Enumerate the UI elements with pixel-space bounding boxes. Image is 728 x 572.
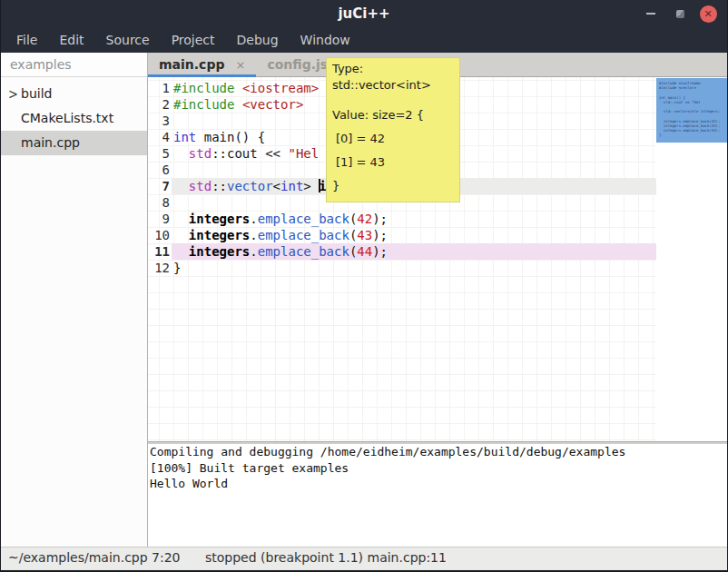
tab-close-icon[interactable]: × <box>235 58 245 72</box>
tree-item-main-cpp[interactable]: main.cpp <box>1 131 147 155</box>
tooltip-value-line: } <box>332 174 454 198</box>
tooltip-value-line: [0] = 42 <box>332 127 454 151</box>
menu-item-file[interactable]: File <box>12 31 42 49</box>
menu-item-source[interactable]: Source <box>102 31 154 49</box>
code-token: ); <box>372 212 388 226</box>
tooltip-type-line: Type: std::vector<int> <box>332 61 454 94</box>
code-token: std <box>189 179 212 193</box>
code-token: int <box>280 179 303 193</box>
tab-label: main.cpp <box>159 57 224 72</box>
code-token: integers <box>189 244 250 259</box>
code-token: 44 <box>357 244 372 259</box>
file-tree: >buildCMakeLists.txtmain.cpp <box>1 77 147 155</box>
line-number[interactable]: 6 <box>148 162 170 178</box>
terminal-output[interactable]: Compiling and debugging /home/eidheim/ex… <box>148 444 728 547</box>
line-number[interactable]: 4 <box>148 129 170 145</box>
code-token: #include <box>173 81 234 95</box>
menu-item-project[interactable]: Project <box>167 31 220 49</box>
code-token <box>234 97 241 112</box>
line-number[interactable]: 10 <box>148 227 170 243</box>
line-number[interactable]: 7 <box>148 178 170 194</box>
menu-item-window[interactable]: Window <box>296 31 355 49</box>
tooltip-value-line: Value: size=2 { <box>332 104 454 127</box>
code-token: vector <box>227 179 273 193</box>
terminal-line: Compiling and debugging /home/eidheim/ex… <box>150 444 727 460</box>
code-token: <vector> <box>242 97 303 112</box>
code-token: . <box>250 228 257 242</box>
line-number[interactable]: 1 <box>148 80 170 96</box>
expander-chevron-icon[interactable]: > <box>8 80 18 108</box>
restore-button[interactable] <box>669 0 691 27</box>
code-line-10: integers.emplace_back(43); <box>173 227 388 243</box>
minimap[interactable]: #include <iostream> #include <vector> in… <box>656 77 728 441</box>
code-token: 42 <box>357 212 372 226</box>
code-token: < <box>273 179 280 193</box>
code-token: std <box>189 146 212 161</box>
tree-item-label: CMakeLists.txt <box>21 111 113 125</box>
line-number[interactable]: 12 <box>148 260 170 276</box>
code-token: integers <box>189 212 250 226</box>
tree-item-cmakelists-txt[interactable]: CMakeLists.txt <box>1 106 147 131</box>
debug-value-tooltip: Type: std::vector<int> Value: size=2 {[0… <box>326 57 460 202</box>
minimap-code: #include <iostream> #include <vector> in… <box>659 81 727 137</box>
code-token: integers <box>189 228 250 242</box>
code-token: } <box>173 261 181 275</box>
tree-item-build[interactable]: >build <box>1 82 147 106</box>
minimize-icon <box>646 13 655 15</box>
terminal-line: [100%] Built target examples <box>150 460 727 477</box>
line-number[interactable]: 8 <box>148 194 170 211</box>
code-line-11: integers.emplace_back(44); <box>173 243 388 260</box>
code-token <box>234 81 241 95</box>
line-number[interactable]: 3 <box>148 113 170 129</box>
menubar: FileEditSourceProjectDebugWindow <box>1 27 727 53</box>
window-title: juCi++ <box>1 5 727 22</box>
juci-window: juCi++ ✕ FileEditSourceProjectDebugWindo… <box>0 0 728 572</box>
status-debug-state: stopped (breakpoint 1.1) main.cpp:11 <box>205 550 447 565</box>
code-token: > <box>303 179 319 193</box>
menu-item-debug[interactable]: Debug <box>232 31 283 49</box>
code-token <box>173 146 189 161</box>
code-token: 43 <box>357 228 372 242</box>
code-token: ::cout << <box>212 146 288 161</box>
menu-item-edit[interactable]: Edit <box>54 31 88 49</box>
code-token: emplace_back <box>258 244 349 259</box>
line-number[interactable]: 5 <box>148 145 170 162</box>
code-token <box>173 228 189 242</box>
tooltip-value-line: [1] = 43 <box>332 151 454 174</box>
code-line-12: } <box>173 260 388 276</box>
restore-icon <box>676 10 684 18</box>
code-token: <iostream> <box>242 81 319 95</box>
code-token: . <box>250 244 257 259</box>
code-token: . <box>250 212 257 226</box>
minimap-slider[interactable]: #include <iostream> #include <vector> in… <box>656 78 728 143</box>
titlebar[interactable]: juCi++ ✕ <box>1 0 727 27</box>
file-tree-panel: examples >buildCMakeLists.txtmain.cpp <box>1 53 147 547</box>
tree-item-label: main.cpp <box>21 135 80 150</box>
code-token: ); <box>372 228 388 242</box>
tab-main-cpp[interactable]: main.cpp× <box>148 53 256 76</box>
minimize-button[interactable] <box>640 0 662 27</box>
tooltip-value-block: Value: size=2 {[0] = 42[1] = 43} <box>332 104 454 198</box>
tree-item-label: build <box>21 86 52 101</box>
code-token: emplace_back <box>258 228 349 242</box>
close-icon: ✕ <box>700 5 717 23</box>
line-number[interactable]: 11 <box>148 243 170 260</box>
code-token <box>173 179 189 193</box>
code-token <box>173 244 189 259</box>
close-button[interactable]: ✕ <box>696 0 720 27</box>
line-number-gutter[interactable]: 123456789101112 <box>148 80 170 276</box>
code-token: #include <box>173 97 234 112</box>
code-token: emplace_back <box>258 212 349 226</box>
statusbar: ~/examples/main.cpp 7:20 stopped (breakp… <box>1 547 727 570</box>
code-token: "Hel <box>288 146 319 161</box>
status-file-location: ~/examples/main.cpp 7:20 <box>8 550 181 565</box>
code-token: main() { <box>196 130 265 144</box>
line-number[interactable]: 9 <box>148 211 170 227</box>
line-number[interactable]: 2 <box>148 96 170 113</box>
code-line-9: integers.emplace_back(42); <box>173 211 388 227</box>
code-token: int <box>173 130 196 144</box>
code-token: :: <box>212 179 227 193</box>
code-token: ); <box>372 244 388 259</box>
file-tree-header: examples <box>1 53 147 77</box>
terminal-line: Hello World <box>150 476 727 492</box>
